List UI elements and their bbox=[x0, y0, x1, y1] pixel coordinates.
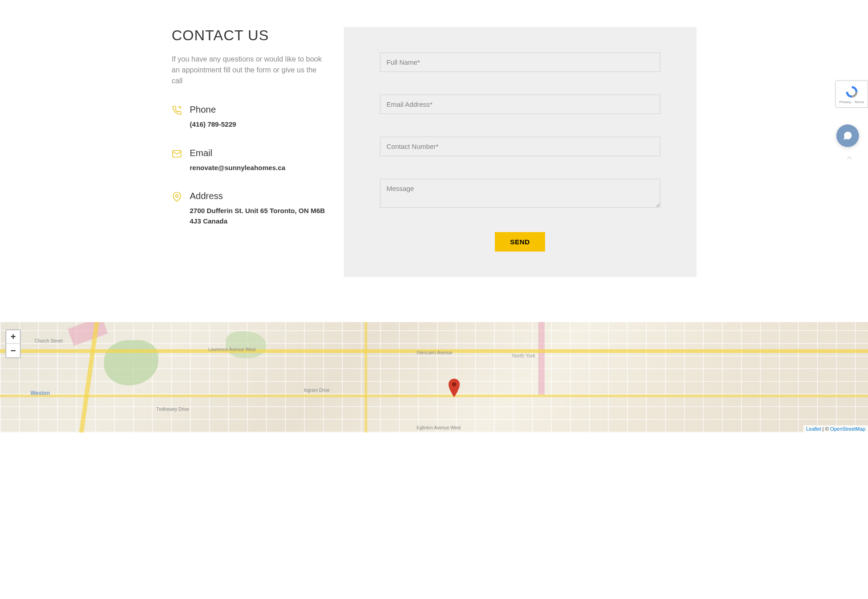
contact-form: SEND bbox=[344, 27, 697, 277]
recaptcha-badge[interactable]: Privacy - Terms bbox=[835, 81, 868, 108]
email-value[interactable]: renovate@sunnyleahomes.ca bbox=[190, 163, 326, 173]
map-street-label: Glencairn Avenue bbox=[417, 350, 452, 355]
email-icon bbox=[172, 149, 183, 160]
map-street-label: Trethewey Drive bbox=[156, 407, 189, 412]
address-value: 2700 Dufferin St. Unit 65 Toronto, ON M6… bbox=[190, 206, 326, 226]
svg-point-1 bbox=[175, 195, 178, 197]
map-road bbox=[365, 322, 367, 433]
phone-label: Phone bbox=[190, 105, 326, 115]
email-label: Email bbox=[190, 148, 326, 158]
phone-icon bbox=[172, 105, 183, 116]
contact-phone: Phone (416) 789-5229 bbox=[172, 105, 326, 130]
page-title: CONTACT US bbox=[172, 27, 326, 44]
address-label: Address bbox=[190, 191, 326, 201]
recaptcha-text[interactable]: Privacy - Terms bbox=[840, 100, 864, 104]
svg-point-2 bbox=[452, 382, 456, 386]
zoom-out-button[interactable]: − bbox=[6, 344, 20, 357]
map-street-label: Church Street bbox=[35, 338, 63, 343]
location-icon bbox=[172, 192, 183, 203]
scroll-top-button[interactable] bbox=[845, 154, 854, 164]
map-road bbox=[0, 395, 868, 397]
map-marker-icon[interactable] bbox=[448, 379, 460, 399]
svg-rect-0 bbox=[172, 150, 180, 157]
osm-link[interactable]: OpenStreetMap bbox=[830, 426, 865, 432]
map-street-label: Eglinton Avenue West bbox=[417, 425, 460, 430]
contact-address: Address 2700 Dufferin St. Unit 65 Toront… bbox=[172, 191, 326, 226]
map-area-label: North York bbox=[512, 353, 535, 358]
send-button[interactable]: SEND bbox=[495, 232, 545, 252]
email-input[interactable] bbox=[380, 95, 660, 114]
chevron-up-icon bbox=[845, 154, 854, 162]
attribution-sep: | © bbox=[821, 426, 830, 432]
phone-value: (416) 789-5229 bbox=[190, 119, 326, 130]
chat-icon bbox=[842, 130, 853, 141]
map-highway bbox=[538, 322, 545, 395]
chat-button[interactable] bbox=[836, 124, 859, 147]
message-textarea[interactable] bbox=[380, 179, 660, 208]
map-street-label: Lawrence Avenue West bbox=[209, 347, 256, 352]
recaptcha-icon bbox=[844, 85, 859, 99]
zoom-in-button[interactable]: + bbox=[6, 330, 20, 344]
map-zoom-controls: + − bbox=[5, 329, 21, 358]
leaflet-link[interactable]: Leaflet bbox=[806, 426, 821, 432]
map-attribution: Leaflet | © OpenStreetMap bbox=[803, 425, 868, 433]
intro-text: If you have any questions or would like … bbox=[172, 54, 326, 86]
map-street-label: Ingram Drive bbox=[304, 388, 330, 393]
map[interactable]: Lawrence Avenue West Glencairn Avenue Eg… bbox=[0, 322, 868, 433]
contact-email: Email renovate@sunnyleahomes.ca bbox=[172, 148, 326, 173]
map-area-label: Weston bbox=[30, 390, 50, 396]
full-name-input[interactable] bbox=[380, 52, 660, 72]
contact-number-input[interactable] bbox=[380, 137, 660, 156]
